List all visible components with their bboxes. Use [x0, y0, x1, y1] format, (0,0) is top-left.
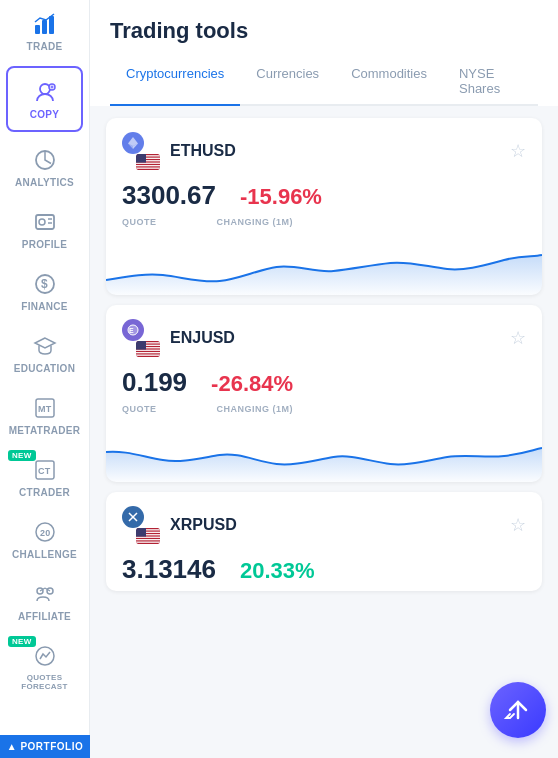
affiliate-icon: [31, 580, 59, 608]
quotes-forecast-badge: New: [8, 636, 36, 647]
ethusd-quote-label: QUOTE: [122, 217, 157, 227]
svg-text:MT: MT: [38, 404, 52, 414]
sidebar-item-copy[interactable]: COPY: [6, 66, 83, 132]
enjusd-icon-wrap: E: [122, 319, 160, 357]
trade-label: TRADE: [27, 41, 63, 52]
ethusd-chart: [106, 235, 542, 295]
portfolio-bar[interactable]: ▲ PORTFOLIO: [0, 735, 90, 758]
education-label: EDUCATION: [14, 363, 75, 374]
finance-icon: $: [31, 270, 59, 298]
svg-text:CT: CT: [38, 466, 51, 476]
profile-icon: [31, 208, 59, 236]
ctrader-label: CTRADER: [19, 487, 70, 498]
analytics-icon: [31, 146, 59, 174]
tab-bar: Cryptocurrencies Currencies Commodities …: [110, 58, 538, 106]
card-xrpusd-header: XRPUSD ☆: [122, 506, 526, 544]
svg-rect-53: [136, 528, 146, 537]
ethusd-change-label: CHANGING (1M): [217, 217, 294, 227]
ethusd-name: ETHUSD: [170, 142, 236, 160]
svg-rect-1: [42, 20, 47, 34]
svg-rect-33: [136, 165, 160, 166]
sidebar-item-profile[interactable]: PROFILE: [0, 198, 89, 260]
analytics-label: ANALYTICS: [15, 177, 74, 188]
tab-currencies[interactable]: Currencies: [240, 58, 335, 106]
enjusd-quote: 0.199: [122, 367, 187, 398]
tab-commodities[interactable]: Commodities: [335, 58, 443, 106]
metatrader-label: METATRADER: [9, 425, 81, 436]
xrpusd-star[interactable]: ☆: [510, 514, 526, 536]
sidebar-item-ctrader[interactable]: New CT CTRADER: [0, 446, 89, 508]
svg-rect-43: [136, 352, 160, 353]
xrpusd-quote: 3.13146: [122, 554, 216, 585]
card-ethusd-header: ETHUSD ☆: [122, 132, 526, 170]
enjusd-labels: QUOTE CHANGING (1M): [122, 404, 526, 414]
trade-icon: [31, 10, 59, 38]
sidebar-item-challenge[interactable]: 20 CHALLENGE: [0, 508, 89, 570]
metatrader-icon: MT: [31, 394, 59, 422]
challenge-icon: 20: [31, 518, 59, 546]
ethusd-flag: [136, 154, 160, 170]
cards-area: ETHUSD ☆ 3300.67 -15.96% QUOTE CHANGING …: [90, 106, 558, 758]
svg-text:20: 20: [40, 528, 51, 538]
card-ethusd: ETHUSD ☆ 3300.67 -15.96% QUOTE CHANGING …: [106, 118, 542, 295]
ethusd-quote: 3300.67: [122, 180, 216, 211]
copy-label: COPY: [30, 109, 60, 120]
svg-rect-52: [136, 542, 160, 543]
enjusd-flag: [136, 341, 160, 357]
svg-rect-34: [136, 168, 160, 169]
enjusd-change: -26.84%: [211, 371, 293, 397]
enjusd-change-label: CHANGING (1M): [217, 404, 294, 414]
svg-rect-0: [35, 25, 40, 34]
card-enjusd-header: E: [122, 319, 526, 357]
sidebar-item-analytics[interactable]: ANALYTICS: [0, 136, 89, 198]
svg-rect-51: [136, 539, 160, 540]
sidebar-item-finance[interactable]: $ FINANCE: [0, 260, 89, 322]
xrpusd-name: XRPUSD: [170, 516, 237, 534]
main-header: Trading tools Cryptocurrencies Currencie…: [90, 0, 558, 106]
xrpusd-flag: [136, 528, 160, 544]
svg-point-3: [40, 84, 50, 94]
svg-rect-50: [136, 537, 160, 538]
quotes-forecast-label: QUOTES FORECAST: [5, 673, 84, 691]
enjusd-star[interactable]: ☆: [510, 327, 526, 349]
sidebar-item-education[interactable]: EDUCATION: [0, 322, 89, 384]
card-xrpusd: XRPUSD ☆ 3.13146 20.33%: [106, 492, 542, 591]
education-icon: [31, 332, 59, 360]
tab-nyse[interactable]: NYSE Shares: [443, 58, 538, 106]
svg-rect-42: [136, 350, 160, 351]
page-title: Trading tools: [110, 18, 538, 44]
svg-rect-32: [136, 163, 160, 164]
enjusd-coin-info: E: [122, 319, 235, 357]
eth-logo: [122, 132, 144, 154]
card-enjusd: E: [106, 305, 542, 482]
svg-rect-44: [136, 355, 160, 356]
xrpusd-coin-info: XRPUSD: [122, 506, 237, 544]
tab-cryptocurrencies[interactable]: Cryptocurrencies: [110, 58, 240, 106]
affiliate-label: AFFILIATE: [18, 611, 71, 622]
sidebar-item-quotes-forecast[interactable]: New QUOTES FORECAST: [0, 632, 89, 701]
sidebar-item-affiliate[interactable]: AFFILIATE: [0, 570, 89, 632]
ethusd-values: 3300.67 -15.96%: [122, 180, 526, 211]
xrp-logo: [122, 506, 144, 528]
sidebar-item-metatrader[interactable]: MT METATRADER: [0, 384, 89, 446]
enj-logo: E: [122, 319, 144, 341]
svg-point-9: [39, 219, 45, 225]
copy-icon: [31, 78, 59, 106]
enjusd-name: ENJUSD: [170, 329, 235, 347]
ethusd-star[interactable]: ☆: [510, 140, 526, 162]
ctrader-badge: New: [8, 450, 36, 461]
enjusd-values: 0.199 -26.84%: [122, 367, 526, 398]
sidebar: TRADE COPY ANALYTICS: [0, 0, 90, 758]
svg-rect-45: [136, 341, 146, 350]
finance-label: FINANCE: [21, 301, 68, 312]
portfolio-label: ▲ PORTFOLIO: [7, 741, 84, 752]
svg-text:$: $: [41, 277, 48, 291]
sidebar-item-trade[interactable]: TRADE: [0, 0, 89, 62]
svg-rect-2: [49, 16, 54, 34]
xrpusd-change: 20.33%: [240, 558, 315, 584]
float-action-button[interactable]: [490, 682, 546, 738]
xrpusd-values: 3.13146 20.33%: [122, 554, 526, 585]
challenge-label: CHALLENGE: [12, 549, 77, 560]
svg-rect-35: [136, 154, 146, 163]
ethusd-icon-wrap: [122, 132, 160, 170]
